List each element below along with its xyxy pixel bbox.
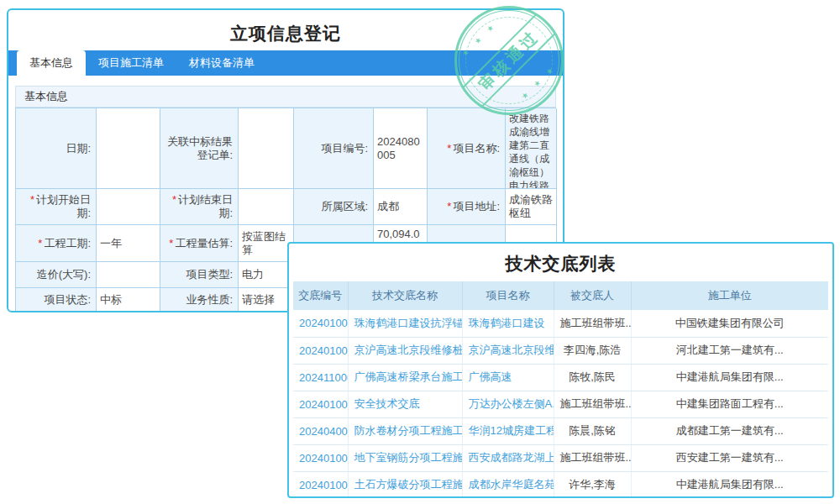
construction-unit-cell: 中建港航局集团有限... bbox=[631, 471, 828, 498]
disclosure-no-link[interactable]: 2024010002 bbox=[293, 471, 348, 498]
label-business-nature: 业务性质: bbox=[160, 288, 239, 312]
field-region[interactable]: 成都 bbox=[374, 189, 428, 225]
field-project-address[interactable]: 成渝铁路 枢纽 bbox=[506, 189, 557, 225]
col-header-disclosure-no: 交底编号 bbox=[293, 281, 348, 310]
table-row: 2024040001 防水卷材分项工程施工技... 华润12城房建工程... 陈… bbox=[293, 417, 828, 444]
label-project-duration: *工程工期: bbox=[16, 225, 97, 262]
disclosure-no-link[interactable]: 2024010003 bbox=[293, 310, 348, 337]
field-plan-end-date[interactable] bbox=[239, 189, 294, 225]
construction-unit-cell: 中建集团路面工程有... bbox=[631, 391, 828, 417]
label-bid-result-form: 关联中标结果登记单: bbox=[160, 108, 239, 189]
disclosure-table-header: 交底编号 技术交底名称 项目名称 被交底人 施工单位 bbox=[293, 281, 828, 310]
recipient-cell: 陈牧,陈民 bbox=[554, 364, 631, 391]
disclosure-no-link[interactable]: 2024040001 bbox=[293, 417, 348, 444]
label-plan-start-date: *计划开始日期: bbox=[16, 189, 97, 225]
disclosure-list-title: 技术交底列表 bbox=[289, 252, 832, 276]
field-business-nature[interactable]: 请选择 bbox=[239, 288, 294, 312]
project-name-link[interactable]: 成都水岸华庭名苑... bbox=[462, 471, 554, 498]
disclosure-table: 交底编号 技术交底名称 项目名称 被交底人 施工单位 2024010003 珠海… bbox=[293, 281, 828, 498]
construction-unit-cell: 中建港航局集团有限... bbox=[631, 364, 828, 391]
construction-unit-cell: 中国铁建集团有限公司 bbox=[631, 310, 828, 337]
recipient-cell: 陈晨,陈铭 bbox=[554, 417, 631, 444]
disclosure-no-link[interactable]: 2024110001 bbox=[293, 364, 348, 391]
construction-unit-cell: 河北建工第一建筑有... bbox=[631, 337, 828, 364]
table-row: 2024010003 珠海鹤港口建设抗浮锚杆... 珠海鹤港口建设 施工班组带班… bbox=[293, 310, 828, 337]
disclosure-name-link[interactable]: 地下室钢筋分项工程施工... bbox=[348, 444, 462, 471]
col-header-construction-unit: 施工单位 bbox=[631, 281, 828, 310]
col-header-project-name: 项目名称 bbox=[462, 281, 554, 310]
disclosure-no-link[interactable]: 2024010003 bbox=[293, 391, 348, 417]
disclosure-name-link[interactable]: 珠海鹤港口建设抗浮锚杆... bbox=[348, 310, 462, 337]
field-project-status[interactable]: 中标 bbox=[97, 288, 160, 312]
label-project-name: *项目名称: bbox=[428, 108, 506, 189]
field-project-type[interactable]: 电力 bbox=[239, 262, 294, 288]
page-title: 立项信息登记 bbox=[8, 22, 563, 45]
disclosure-no-link[interactable]: 2024010004 bbox=[293, 337, 348, 364]
section-header-basic-info: 基本信息 bbox=[15, 86, 556, 108]
disclosure-no-link[interactable]: 2024010002 bbox=[293, 444, 348, 471]
label-plan-end-date: *计划结束日期: bbox=[160, 189, 239, 225]
project-name-link[interactable]: 珠海鹤港口建设 bbox=[462, 310, 554, 337]
table-row: 2024010002 地下室钢筋分项工程施工... 西安成都路龙湖上... 施工… bbox=[293, 444, 828, 471]
disclosure-name-link[interactable]: 安全技术交底 bbox=[348, 391, 462, 417]
tab-bar: 基本信息 项目施工清单 材料设备清单 bbox=[8, 50, 563, 76]
field-project-number[interactable]: 2024080005 bbox=[374, 108, 428, 189]
recipient-cell: 李四海,陈浩 bbox=[554, 337, 631, 364]
label-date: 日期: bbox=[16, 108, 97, 189]
tab-basic-info[interactable]: 基本信息 bbox=[17, 50, 86, 76]
field-project-name[interactable]: 改建铁路成渝线增建第二直通线（成渝枢纽）电力线路迁改工程 bbox=[506, 108, 557, 189]
label-project-status: 项目状态: bbox=[16, 288, 97, 312]
disclosure-name-link[interactable]: 京沪高速北京段维修桩帽... bbox=[348, 337, 462, 364]
project-name-link[interactable]: 京沪高速北京段维修 bbox=[462, 337, 554, 364]
label-project-type: 项目类型: bbox=[160, 262, 239, 288]
field-quantity-estimate[interactable]: 按蓝图结算 bbox=[239, 225, 294, 262]
tab-material-equipment-list[interactable]: 材料设备清单 bbox=[176, 50, 267, 76]
project-name-link[interactable]: 西安成都路龙湖上... bbox=[462, 444, 554, 471]
project-name-link[interactable]: 华润12城房建工程... bbox=[462, 417, 554, 444]
field-cost-in-words[interactable] bbox=[97, 262, 160, 288]
col-header-recipient: 被交底人 bbox=[554, 281, 631, 310]
table-row: 2024010004 京沪高速北京段维修桩帽... 京沪高速北京段维修 李四海,… bbox=[293, 337, 828, 364]
disclosure-name-link[interactable]: 防水卷材分项工程施工技... bbox=[348, 417, 462, 444]
recipient-cell: 施工班组带班... bbox=[554, 444, 631, 471]
project-name-link[interactable]: 广佛高速 bbox=[462, 364, 554, 391]
field-date[interactable] bbox=[97, 108, 160, 189]
label-project-number: 项目编号: bbox=[294, 108, 374, 189]
table-row: 2024110001 广佛高速桥梁承台施工技... 广佛高速 陈牧,陈民 中建港… bbox=[293, 364, 828, 391]
project-name-link[interactable]: 万达办公楼左侧A... bbox=[462, 391, 554, 417]
label-cost-in-words: 造价(大写): bbox=[16, 262, 97, 288]
recipient-cell: 施工班组带班... bbox=[554, 391, 631, 417]
table-row: 2024010002 土石方爆破分项工程施工... 成都水岸华庭名苑... 许华… bbox=[293, 471, 828, 498]
construction-unit-cell: 成都建工第一建筑有... bbox=[631, 417, 828, 444]
field-plan-start-date[interactable] bbox=[97, 189, 160, 225]
field-bid-result-form[interactable] bbox=[239, 108, 294, 189]
label-project-address: *项目地址: bbox=[428, 189, 506, 225]
disclosure-name-link[interactable]: 土石方爆破分项工程施工... bbox=[348, 471, 462, 498]
recipient-cell: 许华,李海 bbox=[554, 471, 631, 498]
tab-construction-list[interactable]: 项目施工清单 bbox=[86, 50, 176, 76]
col-header-disclosure-name: 技术交底名称 bbox=[348, 281, 462, 310]
construction-unit-cell: 西安建工第一建筑有... bbox=[631, 444, 828, 471]
label-quantity-estimate: *工程量估算: bbox=[160, 225, 239, 262]
screen: 立项信息登记 基本信息 项目施工清单 材料设备清单 基本信息 日期: 关联中标结… bbox=[0, 0, 840, 504]
disclosure-name-link[interactable]: 广佛高速桥梁承台施工技... bbox=[348, 364, 462, 391]
recipient-cell: 施工班组带班... bbox=[554, 310, 631, 337]
field-project-duration[interactable]: 一年 bbox=[97, 225, 160, 262]
label-region: 所属区域: bbox=[294, 189, 374, 225]
table-row: 2024010003 安全技术交底 万达办公楼左侧A... 施工班组带班... … bbox=[293, 391, 828, 417]
disclosure-list-window: 技术交底列表 交底编号 技术交底名称 项目名称 被交底人 施工单位 202401… bbox=[287, 242, 834, 498]
section-title: 基本信息 bbox=[24, 89, 68, 104]
